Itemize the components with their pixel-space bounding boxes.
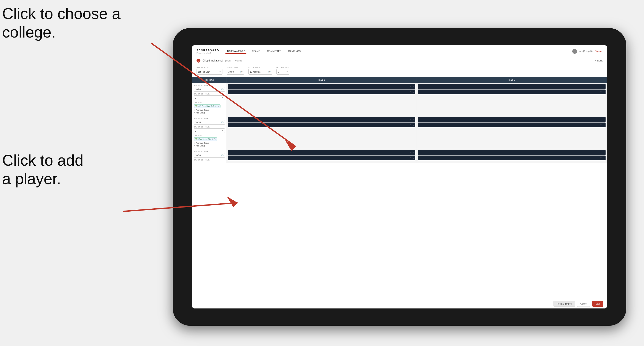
nav-link-teams[interactable]: TEAMS	[251, 49, 262, 54]
player-controls: ✕⋮	[410, 124, 414, 126]
hosting-badge: Hosting	[234, 59, 242, 62]
tee-row-1-left: STARTING TIME: 10:00 🕐 STARTING HOLE: 1 …	[192, 83, 227, 116]
player-slot[interactable]: ✕⋮	[418, 123, 606, 127]
player-slot[interactable]: ✕⋮	[418, 156, 606, 160]
player-controls: ✕⋮	[600, 118, 605, 121]
nav-link-committee[interactable]: COMMITTEE	[266, 49, 283, 54]
start-time-label: Start Time	[227, 66, 244, 68]
course-label-1: COURSE:	[194, 101, 225, 103]
player-slot[interactable]: ✕⋮	[228, 150, 415, 155]
form-bar: Start Type 1st Tee Start ▼ Start Time 10…	[192, 64, 607, 77]
starting-time-input-1[interactable]: 10:00 🕐	[194, 87, 225, 92]
course-tag-2[interactable]: 🌿 East Lake GC ✕ ✎	[194, 137, 217, 141]
group-size-select[interactable]: 3 ▼	[276, 69, 290, 75]
header-tee-time: Tee Time	[192, 77, 227, 83]
intervals-select[interactable]: 10 Minutes 🕐	[248, 69, 272, 75]
nav-link-tournaments[interactable]: TOURNAMENTS	[226, 49, 246, 54]
tee-row-2-team2: ✕⋮ ✕⋮	[417, 116, 607, 149]
start-type-group: Start Type 1st Tee Start ▼	[196, 66, 222, 75]
player-controls: ✕⋮	[410, 118, 414, 121]
player-controls: ✕⋮	[600, 152, 605, 154]
starting-hole-input-1[interactable]: 1 ▼	[194, 95, 225, 100]
save-button[interactable]: Save	[592, 301, 604, 307]
starting-time-input-2[interactable]: 10:10 🕐	[194, 120, 225, 125]
player-controls: ✕⋮	[410, 91, 414, 93]
start-type-select[interactable]: 1st Tee Start ▼	[196, 69, 222, 75]
nav-logo: SCOREBOARD Powered by clippd	[196, 49, 219, 54]
nav-user: blair@clippd.io Sign out	[572, 49, 602, 54]
tee-row: STARTING TIME: 10:20 🕐 STARTING HOLE: ✕⋮…	[192, 149, 607, 163]
course-edit-1[interactable]: ✎	[218, 105, 219, 107]
logo-sub: Powered by clippd	[196, 52, 219, 54]
tee-row-3-team1: ✕⋮ ✕⋮	[227, 149, 417, 163]
nav-links: TOURNAMENTS TEAMS COMMITTEE RANKINGS	[226, 49, 572, 54]
starting-time-label-2: STARTING TIME:	[194, 118, 225, 120]
player-slot[interactable]: ✕⋮	[228, 90, 415, 94]
player-slot[interactable]: ✕⋮	[418, 90, 606, 94]
player-slot[interactable]: ✕⋮	[418, 117, 606, 122]
course-remove-2[interactable]: ✕	[212, 138, 213, 140]
header-team2: Team 2	[417, 77, 607, 83]
player-slot[interactable]: ✕⋮	[418, 84, 606, 89]
tournament-gender: (Men)	[225, 59, 232, 62]
starting-hole-label-2: STARTING HOLE:	[194, 126, 225, 128]
course-label-2: COURSE:	[194, 134, 225, 136]
intervals-group: Intervals 10 Minutes 🕐	[248, 66, 272, 75]
player-controls: ✕⋮	[600, 124, 605, 126]
annotation-bottom: Click to add a player.	[2, 151, 83, 188]
tee-row: STARTING TIME: 10:00 🕐 STARTING HOLE: 1 …	[192, 83, 607, 116]
add-group-btn-2[interactable]: + Add Group	[194, 145, 225, 147]
player-controls: ✕⋮	[600, 157, 605, 159]
intervals-label: Intervals	[248, 66, 272, 68]
group-actions-2: ○ Remove Group + Add Group	[194, 142, 225, 147]
header-team1: Team 1	[227, 77, 417, 83]
group-actions-1: ○ Remove Group + Add Group	[194, 109, 225, 114]
starting-time-label-1: STARTING TIME:	[194, 85, 225, 86]
start-time-input[interactable]: 10:00 🕐	[227, 69, 244, 75]
player-slot[interactable]: ✕⋮	[228, 84, 415, 89]
tee-row-1-team1: ✕⋮ ✕⋮	[227, 83, 417, 116]
player-slot[interactable]: ✕⋮	[228, 123, 415, 127]
remove-group-btn-1[interactable]: ○ Remove Group	[194, 109, 225, 111]
annotation-top: Click to choose a college.	[2, 4, 120, 42]
player-controls: ✕⋮	[410, 85, 414, 88]
remove-group-btn-2[interactable]: ○ Remove Group	[194, 142, 225, 144]
tee-row-2-team1: ✕⋮ ✕⋮	[227, 116, 417, 149]
start-time-group: Start Time 10:00 🕐	[227, 66, 244, 75]
nav-bar: SCOREBOARD Powered by clippd TOURNAMENTS…	[192, 45, 607, 57]
rows-container: STARTING TIME: 10:00 🕐 STARTING HOLE: 1 …	[192, 83, 607, 299]
player-controls: ✕⋮	[410, 157, 414, 159]
starting-time-label-3: STARTING TIME:	[194, 151, 225, 153]
tee-row: STARTING TIME: 10:10 🕐 STARTING HOLE: 1 …	[192, 116, 607, 149]
course-tag-1[interactable]: 🌿 (A) Peachtree GC ✕ ✎	[194, 104, 220, 108]
player-slot[interactable]: ✕⋮	[418, 150, 606, 155]
group-size-group: Group Size 3 ▼	[276, 66, 290, 75]
player-slot[interactable]: ✕⋮	[228, 156, 415, 160]
group-size-label: Group Size	[276, 66, 290, 68]
add-group-btn-1[interactable]: + Add Group	[194, 112, 225, 114]
breadcrumb: C Clippd Invitational (Men) Hosting < Ba…	[192, 57, 607, 64]
back-button[interactable]: < Back	[595, 59, 602, 62]
logo-title: SCOREBOARD	[196, 49, 219, 52]
starting-hole-input-2[interactable]: 1 ▼	[194, 128, 225, 133]
nav-link-rankings[interactable]: RANKINGS	[287, 49, 302, 54]
tee-row-2-left: STARTING TIME: 10:10 🕐 STARTING HOLE: 1 …	[192, 116, 227, 149]
tee-row-3-team2: ✕⋮ ✕⋮	[417, 149, 607, 163]
player-controls: ✕⋮	[600, 91, 605, 93]
breadcrumb-logo-icon: C	[196, 59, 200, 63]
bottom-bar: Reset Changes Cancel Save	[192, 299, 607, 309]
tournament-title: Clippd Invitational	[202, 59, 223, 62]
sign-out-link[interactable]: Sign out	[594, 50, 602, 52]
cancel-button[interactable]: Cancel	[577, 301, 590, 307]
player-slot[interactable]: ✕⋮	[228, 117, 415, 122]
starting-hole-label-3: STARTING HOLE:	[194, 159, 225, 161]
starting-time-input-3[interactable]: 10:20 🕐	[194, 153, 225, 158]
avatar	[572, 49, 577, 54]
course-edit-2[interactable]: ✎	[214, 138, 216, 140]
course-remove-1[interactable]: ✕	[215, 105, 216, 107]
table-header: Tee Time Team 1 Team 2	[192, 77, 607, 83]
player-controls: ✕⋮	[410, 152, 414, 154]
starting-hole-label-1: STARTING HOLE:	[194, 93, 225, 95]
reset-button[interactable]: Reset Changes	[554, 301, 575, 307]
tee-row-3-left: STARTING TIME: 10:20 🕐 STARTING HOLE:	[192, 149, 227, 163]
